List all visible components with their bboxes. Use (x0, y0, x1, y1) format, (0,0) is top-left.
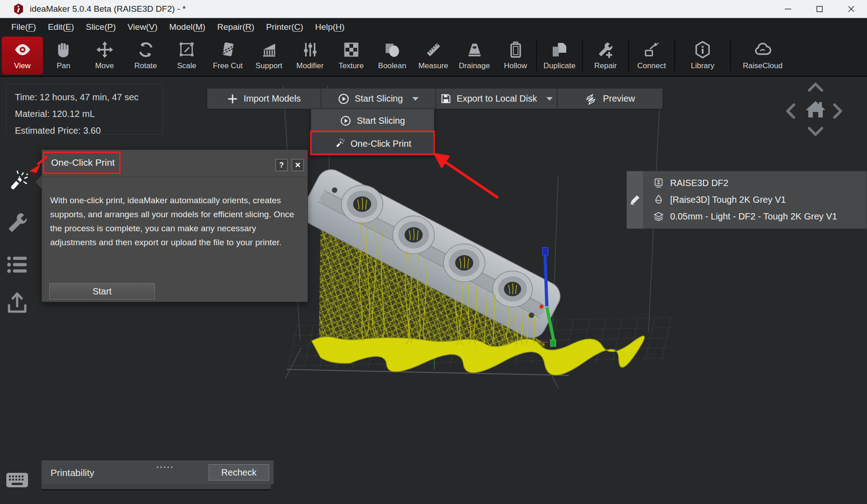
home-icon (804, 98, 827, 123)
view-icon (13, 39, 32, 61)
modifier-icon (301, 39, 319, 61)
tool-pan[interactable]: Pan (43, 35, 84, 76)
title-bar: ideaMaker 5.0.4 Beta (RAISE3D DF2) - * (0, 0, 867, 18)
keyboard-toggle-icon[interactable] (5, 471, 29, 490)
tool-library[interactable]: Library (675, 35, 730, 76)
free-cut-icon (219, 39, 237, 61)
import-models-button[interactable]: Import Models (207, 89, 321, 109)
pencil-edit-icon (629, 195, 640, 205)
tool-hollow[interactable]: Hollow (495, 35, 536, 76)
support-icon (260, 39, 278, 61)
nav-up-button[interactable] (806, 80, 825, 94)
menu-help[interactable]: HelpH (309, 22, 350, 32)
menu-bar: FileF EditE SliceP ViewV ModelM RepairR … (0, 19, 867, 35)
menu-printer[interactable]: PrinterC (260, 22, 309, 32)
upload-tool-icon[interactable] (5, 290, 29, 315)
dialog-close-button[interactable]: ✕ (292, 159, 304, 171)
minimize-button[interactable] (772, 0, 804, 18)
tool-measure[interactable]: Measure (413, 35, 454, 76)
slice-stats-panel: Time: 12 hours, 47 min, 47 sec Material:… (6, 84, 163, 135)
menu-slice[interactable]: SliceP (80, 22, 122, 32)
one-click-print-dialog: One-Click Print ? ✕ With one-click print… (42, 149, 308, 302)
export-dropdown-caret[interactable] (546, 97, 553, 101)
play-circle-icon (340, 115, 351, 126)
chevron-left-icon (788, 105, 794, 117)
dialog-body-text: With one-click print, ideaMaker automati… (50, 193, 301, 249)
printer-type-icon (653, 177, 664, 189)
raisecloud-icon (753, 39, 772, 61)
slice-template-row[interactable]: 0.05mm - Light - DF2 - Tough 2K Grey V1 (653, 211, 867, 222)
filament-drop-icon (653, 194, 664, 205)
tool-texture[interactable]: Texture (331, 35, 372, 76)
close-button[interactable] (835, 0, 867, 18)
maximize-button[interactable] (804, 0, 835, 18)
tool-drainage[interactable]: Drainage (454, 35, 495, 76)
plus-icon (227, 93, 238, 105)
export-button[interactable]: Export to Local Disk (436, 89, 557, 109)
tool-scale[interactable]: Scale (166, 35, 207, 76)
start-slicing-dropdown-caret[interactable] (412, 97, 419, 101)
tool-repair[interactable]: Repair (583, 35, 628, 76)
tool-view[interactable]: View (2, 37, 43, 75)
close-icon (848, 5, 855, 13)
tool-rotate[interactable]: Rotate (125, 35, 166, 76)
tool-modifier[interactable]: Modifier (289, 35, 331, 76)
play-circle-icon (338, 93, 350, 105)
tool-move[interactable]: Move (84, 35, 125, 76)
move-icon (96, 39, 114, 61)
printability-dots: ••••• (157, 464, 174, 470)
duplicate-icon (550, 39, 569, 61)
menu-item-start-slicing[interactable]: Start Slicing (311, 109, 434, 132)
drainage-icon (466, 39, 484, 61)
menu-model[interactable]: ModelM (163, 22, 211, 32)
chevron-up-icon (809, 84, 822, 90)
recheck-button[interactable]: Recheck (209, 464, 269, 481)
printability-progress-strip (42, 484, 271, 490)
tool-boolean[interactable]: Boolean (372, 35, 413, 76)
printer-config-panel[interactable]: RAISE3D DF2 [Raise3D] Tough 2K Grey V1 0… (626, 171, 867, 229)
printer-row[interactable]: RAISE3D DF2 (653, 177, 867, 189)
annotation-box-dialog-title (43, 152, 121, 174)
edit-config-strip[interactable] (627, 171, 643, 229)
hollow-icon (507, 39, 525, 61)
start-button[interactable]: Start (49, 283, 155, 299)
nav-down-button[interactable] (806, 126, 825, 140)
menu-repair[interactable]: RepairR (211, 22, 260, 32)
filament-row[interactable]: [Raise3D] Tough 2K Grey V1 (653, 194, 867, 205)
nav-left-button[interactable] (784, 102, 796, 122)
layers-icon (653, 211, 664, 222)
annotation-box-one-click-menu (310, 131, 435, 155)
tool-free-cut[interactable]: Free Cut (207, 35, 248, 76)
menu-edit[interactable]: EditE (42, 22, 80, 32)
stat-time: Time: 12 hours, 47 min, 47 sec (15, 89, 154, 106)
menu-view[interactable]: ViewV (122, 22, 163, 32)
preview-layers-icon (585, 93, 598, 105)
start-slicing-button[interactable]: Start Slicing (322, 89, 436, 109)
save-icon (440, 93, 452, 104)
list-tool-icon[interactable] (5, 253, 29, 278)
dialog-help-button[interactable]: ? (275, 159, 288, 171)
view-navigation (784, 80, 847, 139)
tool-duplicate[interactable]: Duplicate (537, 35, 582, 76)
tool-raisecloud[interactable]: RaiseCloud (731, 35, 794, 76)
chevron-right-icon (834, 105, 841, 117)
preview-button[interactable]: Preview (558, 89, 662, 109)
measure-icon (424, 39, 443, 61)
rotate-icon (137, 39, 155, 61)
repair-icon (597, 39, 615, 61)
menu-file[interactable]: FileF (5, 22, 42, 32)
printer-name: RAISE3D DF2 (670, 178, 728, 188)
nav-right-button[interactable] (833, 102, 844, 122)
tool-support[interactable]: Support (248, 35, 289, 76)
tool-connect[interactable]: Connect (629, 35, 674, 76)
settings-wrench-tool-icon[interactable] (5, 210, 29, 236)
one-click-print-tool-icon[interactable] (5, 170, 29, 195)
ideamaker-window: ideaMaker 5.0.4 Beta (RAISE3D DF2) - * F… (0, 0, 867, 504)
window-title: ideaMaker 5.0.4 Beta (RAISE3D DF2) - * (30, 4, 186, 14)
3d-viewport[interactable]: Time: 12 hours, 47 min, 47 sec Material:… (0, 77, 867, 504)
nav-home-button[interactable] (804, 98, 827, 125)
slice-template-name: 0.05mm - Light - DF2 - Tough 2K Grey V1 (670, 211, 837, 222)
stat-material: Material: 120.12 mL (15, 106, 154, 122)
maximize-icon (816, 5, 823, 13)
filament-name: [Raise3D] Tough 2K Grey V1 (670, 195, 786, 205)
